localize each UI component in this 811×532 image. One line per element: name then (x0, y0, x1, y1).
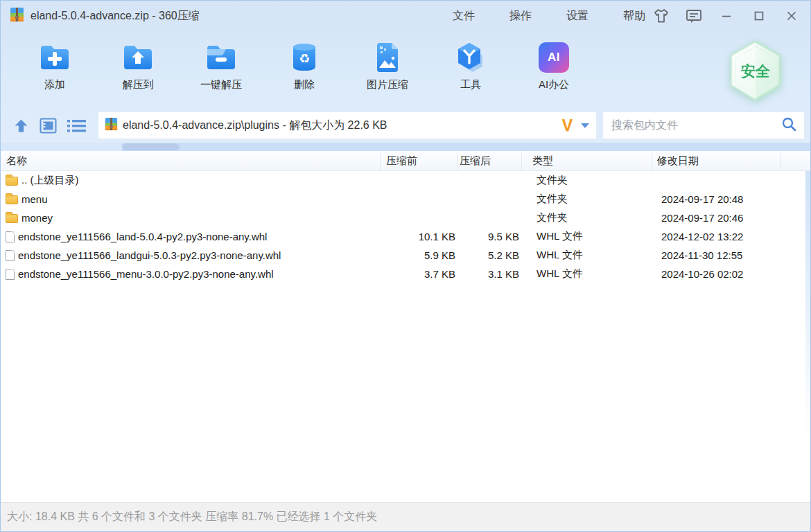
size-before: 3.7 KB (381, 268, 458, 280)
folder-icon (6, 177, 18, 186)
table-row[interactable]: endstone_ye111566_landgui-5.0.3-py2.py3-… (1, 246, 810, 265)
toolbar-label: 添加 (44, 78, 65, 91)
image-document-icon (374, 41, 401, 74)
file-name: endstone_ye111566_landgui-5.0.3-py2.py3-… (18, 249, 281, 261)
horizontal-scrollbar (1, 143, 810, 151)
window-chrome: eland-5.0.4-advance.zip - 360压缩 文件 操作 设置… (1, 1, 810, 143)
table-row[interactable]: endstone_ye111566_menu-3.0.0-py2.py3-non… (1, 265, 810, 283)
folder-icon (6, 214, 18, 223)
file-type: WHL 文件 (522, 230, 652, 243)
vertical-scrollbar[interactable] (805, 171, 810, 462)
folder-icon (6, 195, 18, 204)
column-header-after[interactable]: 压缩后 (458, 151, 522, 170)
toolbar-label: 图片压缩 (367, 78, 408, 91)
nav-icons (13, 118, 86, 134)
file-date: 2024-09-17 20:46 (652, 212, 811, 224)
file-name: menu (21, 193, 48, 205)
zip-archive-icon (10, 7, 24, 25)
file-icon (6, 231, 15, 242)
size-after: 5.2 KB (458, 249, 522, 261)
zip-archive-icon-small (105, 117, 118, 134)
delete-button[interactable]: ♻ 删除 (273, 31, 335, 91)
file-date: 2024-09-17 20:48 (652, 193, 811, 205)
file-icon (6, 269, 15, 280)
menu-actions[interactable]: 操作 (509, 9, 532, 24)
up-directory-icon[interactable] (13, 118, 29, 134)
toolbar-label: AI办公 (539, 78, 569, 91)
file-icon (6, 250, 15, 261)
file-date: 2024-10-26 02:02 (652, 268, 811, 280)
menu-settings[interactable]: 设置 (566, 9, 588, 24)
image-compress-button[interactable]: 图片压缩 (356, 31, 419, 91)
size-after: 9.5 KB (458, 231, 522, 242)
address-dropdown-icon[interactable] (581, 123, 589, 128)
size-after: 3.1 KB (458, 268, 522, 280)
size-before: 5.9 KB (381, 249, 458, 261)
column-header-before[interactable]: 压缩前 (381, 151, 458, 170)
app-window: eland-5.0.4-advance.zip - 360压缩 文件 操作 设置… (0, 0, 811, 532)
list-header: 名称 压缩前 压缩后 类型 修改日期 (1, 151, 810, 171)
extract-to-button[interactable]: 解压到 (107, 31, 169, 91)
tools-cube-icon (454, 41, 487, 74)
file-type: 文件夹 (522, 193, 652, 206)
column-header-type[interactable]: 类型 (522, 151, 652, 170)
file-date: 2024-11-30 12:55 (652, 249, 811, 261)
table-row[interactable]: endstone_ye111566_land-5.0.4-py2.py3-non… (1, 227, 810, 246)
preview-pane-icon[interactable] (40, 118, 57, 134)
toolbar-label: 一键解压 (200, 78, 242, 91)
list-view-icon[interactable] (67, 118, 86, 133)
horizontal-scrollbar-thumb[interactable] (122, 143, 180, 150)
column-header-date[interactable]: 修改日期 (652, 151, 781, 170)
toolbar-label: 工具 (460, 78, 481, 91)
ai-office-button[interactable]: AI AI办公 (523, 31, 585, 91)
file-name: money (21, 212, 53, 224)
size-before: 10.1 KB (381, 231, 458, 242)
file-list: .. (上级目录) 文件夹 menu 文件夹 2024-09-17 20:48 … (1, 171, 810, 502)
add-button[interactable]: 添加 (24, 31, 86, 91)
table-row[interactable]: menu 文件夹 2024-09-17 20:48 (1, 190, 810, 209)
window-title: eland-5.0.4-advance.zip - 360压缩 (30, 9, 200, 24)
skin-theme-icon[interactable] (652, 7, 670, 25)
address-row: eland-5.0.4-advance.zip\plugins - 解包大小为 … (1, 108, 810, 143)
file-name: endstone_ye111566_land-5.0.4-py2.py3-non… (18, 231, 267, 242)
file-type: WHL 文件 (522, 249, 652, 262)
search-icon[interactable] (781, 116, 797, 135)
title-bar: eland-5.0.4-advance.zip - 360压缩 文件 操作 设置… (1, 1, 810, 31)
tools-button[interactable]: 工具 (439, 31, 502, 91)
menu-file[interactable]: 文件 (453, 9, 475, 24)
safe-shield-badge[interactable]: 安全 (727, 39, 784, 103)
file-name: endstone_ye111566_menu-3.0.0-py2.py3-non… (18, 268, 274, 280)
main-toolbar: 添加 解压到 (1, 31, 810, 108)
address-bar[interactable]: eland-5.0.4-advance.zip\plugins - 解包大小为 … (98, 112, 596, 139)
status-text: 大小: 18.4 KB 共 6 个文件和 3 个文件夹 压缩率 81.7% 已经… (7, 510, 377, 524)
open-folder-icon (204, 41, 238, 74)
search-box (603, 112, 804, 139)
title-bar-icons (652, 1, 801, 31)
search-input[interactable] (611, 119, 781, 132)
table-row[interactable]: money 文件夹 2024-09-17 20:46 (1, 209, 810, 227)
v-logo: V (562, 118, 573, 134)
add-folder-icon (38, 41, 71, 74)
status-bar: 大小: 18.4 KB 共 6 个文件和 3 个文件夹 压缩率 81.7% 已经… (1, 502, 810, 531)
file-type: WHL 文件 (522, 267, 652, 281)
feedback-message-icon[interactable] (685, 7, 703, 25)
table-row[interactable]: .. (上级目录) 文件夹 (1, 171, 810, 190)
safe-badge-text: 安全 (741, 63, 771, 79)
archive-path[interactable]: eland-5.0.4-advance.zip\plugins - 解包大小为 … (123, 118, 562, 133)
file-type: 文件夹 (522, 174, 652, 187)
minimize-button[interactable] (717, 7, 735, 25)
toolbar-label: 删除 (294, 78, 315, 91)
menu-help[interactable]: 帮助 (623, 9, 645, 24)
column-header-name[interactable]: 名称 (1, 151, 381, 170)
menu-bar: 文件 操作 设置 帮助 (453, 1, 645, 31)
maximize-button[interactable] (750, 7, 768, 25)
one-click-extract-button[interactable]: 一键解压 (190, 31, 252, 91)
svg-text:♻: ♻ (299, 51, 310, 66)
close-button[interactable] (783, 7, 801, 25)
extract-folder-icon (121, 41, 155, 74)
file-type: 文件夹 (522, 211, 652, 224)
ai-badge-icon: AI (539, 42, 569, 73)
trash-icon: ♻ (290, 41, 319, 74)
file-name: .. (上级目录) (21, 174, 79, 187)
file-date: 2024-12-02 13:22 (652, 231, 811, 242)
